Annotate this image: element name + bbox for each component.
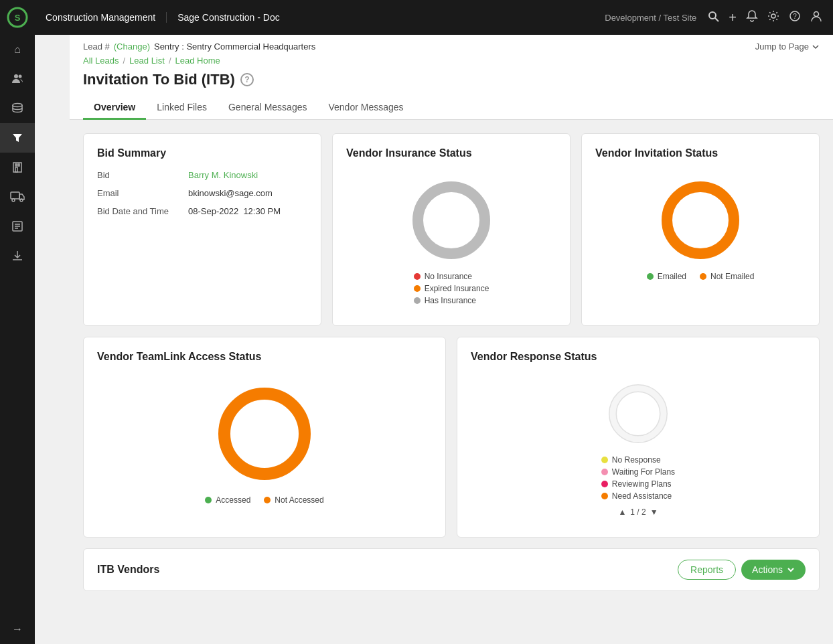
help-circle-icon[interactable]: ? bbox=[789, 10, 801, 25]
top-cards-grid: Bid Summary Bid Barry M. Kinowski Email … bbox=[83, 133, 820, 326]
accessed-dot bbox=[205, 497, 212, 503]
lead-info-row: Lead # (Change) Sentry : Sentry Commerci… bbox=[83, 42, 820, 52]
lead-info-left: Lead # (Change) Sentry : Sentry Commerci… bbox=[83, 42, 315, 52]
sidebar-truck-icon[interactable] bbox=[0, 182, 35, 212]
waiting-dot bbox=[601, 469, 608, 475]
not-emailed-dot bbox=[700, 273, 706, 280]
vendor-teamlink-card: Vendor TeamLink Access Status Accessed bbox=[83, 337, 446, 538]
sage-logo: S bbox=[0, 0, 35, 35]
svg-point-25 bbox=[224, 394, 305, 474]
invitation-chart-container: Emailed Not Emailed bbox=[595, 170, 806, 288]
svg-point-17 bbox=[709, 12, 716, 19]
reports-button[interactable]: Reports bbox=[678, 560, 736, 580]
tab-bar: Overview Linked Files General Messages V… bbox=[83, 96, 820, 119]
vendor-invitation-card: Vendor Invitation Status Emailed No bbox=[581, 133, 820, 326]
user-icon[interactable] bbox=[810, 10, 822, 25]
teamlink-legend: Accessed Not Accessed bbox=[205, 495, 323, 505]
response-legend: No Response Waiting For Plans Reviewing … bbox=[601, 455, 675, 501]
sidebar-filter-icon[interactable] bbox=[0, 123, 35, 153]
bid-date-value: 08-Sep-2022 12:30 PM bbox=[188, 206, 281, 216]
tab-linked-files[interactable]: Linked Files bbox=[146, 96, 218, 120]
response-donut-chart bbox=[605, 380, 672, 447]
svg-point-27 bbox=[613, 388, 664, 439]
itb-vendors-title: ITB Vendors bbox=[97, 564, 159, 576]
bid-summary-title: Bid Summary bbox=[97, 147, 307, 159]
vendor-response-card: Vendor Response Status No Response bbox=[457, 337, 820, 538]
need-assistance-dot bbox=[601, 493, 608, 499]
no-response-dot bbox=[601, 457, 608, 463]
legend-reviewing-plans: Reviewing Plans bbox=[601, 479, 672, 489]
breadcrumb-lead-list[interactable]: Lead List bbox=[129, 56, 165, 66]
sidebar-building-icon[interactable] bbox=[0, 153, 35, 182]
vendor-teamlink-title: Vendor TeamLink Access Status bbox=[97, 351, 432, 363]
gear-icon[interactable] bbox=[767, 10, 779, 25]
svg-point-4 bbox=[13, 104, 22, 107]
svg-point-2 bbox=[14, 74, 18, 78]
search-icon[interactable] bbox=[707, 10, 719, 25]
response-chart-container: No Response Waiting For Plans Reviewing … bbox=[471, 374, 806, 524]
reviewing-dot bbox=[601, 481, 608, 487]
next-page-icon[interactable]: ▼ bbox=[650, 507, 658, 517]
site-name: Development / Test Site bbox=[605, 13, 696, 23]
legend-not-emailed: Not Emailed bbox=[700, 272, 754, 281]
sidebar-collapse-icon[interactable]: → bbox=[0, 615, 35, 644]
email-value: bkinowski@sage.com bbox=[188, 188, 273, 198]
insurance-donut-chart bbox=[408, 177, 495, 264]
breadcrumb-all-leads[interactable]: All Leads bbox=[83, 56, 119, 66]
not-accessed-dot bbox=[264, 497, 271, 503]
invitation-donut-chart bbox=[657, 177, 744, 264]
pagination-label: 1 / 2 bbox=[630, 507, 646, 517]
company-name: Sage Construction - Doc bbox=[167, 12, 291, 23]
svg-point-10 bbox=[12, 199, 15, 202]
svg-point-3 bbox=[19, 75, 22, 78]
svg-point-19 bbox=[771, 14, 775, 18]
itb-buttons: Reports Actions bbox=[678, 560, 806, 580]
legend-emailed: Emailed bbox=[647, 272, 686, 281]
teamlink-donut-chart bbox=[211, 380, 318, 487]
sidebar-download-icon[interactable] bbox=[0, 241, 35, 270]
legend-accessed: Accessed bbox=[205, 495, 250, 505]
svg-line-18 bbox=[715, 18, 718, 21]
sidebar-list-icon[interactable] bbox=[0, 212, 35, 241]
bid-value[interactable]: Barry M. Kinowski bbox=[188, 170, 258, 180]
legend-no-insurance: No Insurance bbox=[414, 272, 472, 281]
emailed-dot bbox=[647, 273, 654, 280]
bid-field-row: Bid Barry M. Kinowski bbox=[97, 170, 307, 180]
sidebar-people-icon[interactable] bbox=[0, 64, 35, 94]
lead-name: Sentry : Sentry Commercial Headquarters bbox=[154, 42, 315, 52]
help-icon[interactable]: ? bbox=[240, 73, 254, 86]
bid-summary-card: Bid Summary Bid Barry M. Kinowski Email … bbox=[83, 133, 321, 326]
tab-overview[interactable]: Overview bbox=[83, 96, 146, 120]
vendor-insurance-card: Vendor Insurance Status No Insurance Exp… bbox=[332, 133, 571, 326]
tab-vendor-messages[interactable]: Vendor Messages bbox=[317, 96, 414, 120]
sidebar: S ⌂ → bbox=[0, 0, 35, 644]
legend-need-assistance: Need Assistance bbox=[601, 491, 672, 501]
itb-vendors-bar: ITB Vendors Reports Actions bbox=[83, 548, 820, 591]
sidebar-home-icon[interactable]: ⌂ bbox=[0, 35, 35, 64]
vendor-invitation-title: Vendor Invitation Status bbox=[595, 147, 806, 159]
lead-change-link[interactable]: (Change) bbox=[114, 42, 150, 52]
svg-point-11 bbox=[20, 199, 23, 202]
email-label: Email bbox=[97, 188, 177, 198]
svg-rect-9 bbox=[11, 192, 19, 199]
actions-button[interactable]: Actions bbox=[741, 560, 806, 580]
header-bar: Lead # (Change) Sentry : Sentry Commerci… bbox=[70, 35, 833, 120]
bottom-cards-grid: Vendor TeamLink Access Status Accessed bbox=[83, 337, 820, 538]
response-pagination: ▲ 1 / 2 ▼ bbox=[618, 507, 658, 517]
no-insurance-dot bbox=[414, 273, 421, 280]
prev-page-icon[interactable]: ▲ bbox=[618, 507, 626, 517]
main-content: Lead # (Change) Sentry : Sentry Commerci… bbox=[70, 35, 833, 644]
tab-general-messages[interactable]: General Messages bbox=[218, 96, 318, 120]
sidebar-database-icon[interactable] bbox=[0, 94, 35, 123]
breadcrumb-lead-home[interactable]: Lead Home bbox=[175, 56, 220, 66]
svg-rect-6 bbox=[15, 167, 17, 172]
legend-not-accessed: Not Accessed bbox=[264, 495, 323, 505]
bell-icon[interactable] bbox=[746, 10, 758, 25]
app-name: Construction Management bbox=[46, 12, 167, 23]
svg-text:?: ? bbox=[793, 13, 797, 20]
legend-no-response: No Response bbox=[601, 455, 661, 465]
jump-to-page-button[interactable]: Jump to Page bbox=[755, 42, 820, 52]
add-icon[interactable]: + bbox=[729, 10, 737, 25]
bid-date-field-row: Bid Date and Time 08-Sep-2022 12:30 PM bbox=[97, 206, 307, 216]
svg-rect-8 bbox=[18, 164, 19, 166]
